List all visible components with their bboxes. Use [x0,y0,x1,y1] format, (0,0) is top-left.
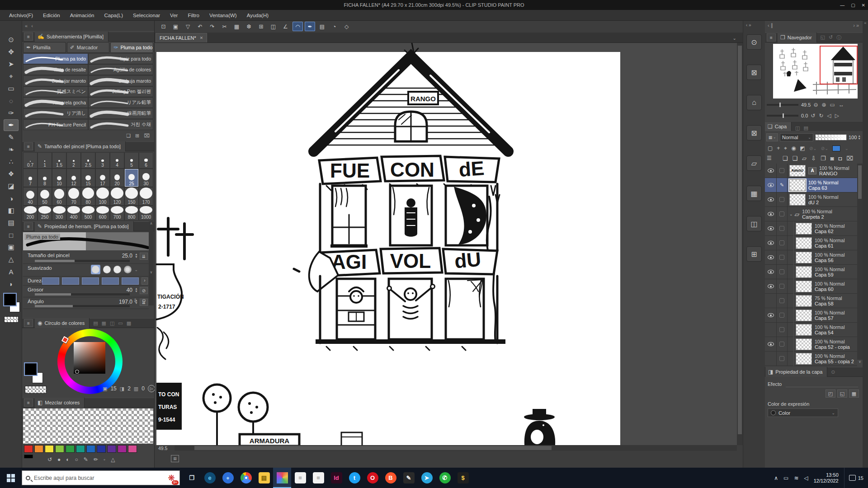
brush-size-150[interactable]: 150 [124,187,139,206]
tray-network-icon[interactable]: ≋ [794,475,798,481]
horizontal-scrollbar[interactable] [175,445,737,451]
sv-marker[interactable] [75,370,79,374]
layer-visibility-cell[interactable] [765,207,777,221]
actual-size-icon[interactable]: ↔ [839,102,844,108]
brush-size-17[interactable]: 17 [95,169,110,187]
color-script-tab-icon[interactable]: ▩ [127,320,131,326]
panel-menu-icon[interactable]: ≡ [767,33,776,42]
pen-app-icon[interactable]: ✎ [400,468,418,488]
property-slider[interactable] [35,260,130,262]
layer-search-tab-icon[interactable]: ◫ [795,125,800,131]
layer-thumbnail[interactable] [796,252,812,263]
subtool-item[interactable]: Agüilla de colores [88,64,153,75]
layer-visibility-cell[interactable] [765,178,777,192]
brush-size-170[interactable]: 170 [139,187,153,206]
pen-tool-icon[interactable]: ✒ [4,119,19,131]
color-wheel-panel-tab[interactable]: ◉ Círculo de colores [35,318,90,328]
layer-check-cell[interactable] [777,337,788,352]
dropdown-caret-icon[interactable]: ⌄ [134,267,138,272]
layer-visibility-cell[interactable] [765,221,777,236]
smoothing-option-2[interactable] [113,266,121,273]
panel-menu-icon[interactable]: ≡ [24,142,33,150]
menu-capal[interactable]: Capa(L) [99,11,127,20]
curve-ruler-icon[interactable]: ◠ [292,22,303,31]
flip-h-icon[interactable]: ◁ [827,113,831,119]
saturation-value-square[interactable] [74,342,105,374]
subtool-tab-2[interactable]: ✑Pluma pa todo [110,42,153,53]
lock-layer-icon[interactable]: ◉ [791,145,796,151]
color-history-tab-icon[interactable]: ▭ [118,320,123,326]
brush-size-80[interactable]: 80 [81,187,95,206]
close-workspace-icon[interactable]: ⊠ [746,65,762,80]
color-swatch-4[interactable] [66,445,75,453]
grid-icon[interactable]: ⊞ [256,22,266,31]
opera-icon[interactable]: O [363,468,382,488]
brush-size-4[interactable]: 4 [110,152,124,169]
brush-size-10[interactable]: 10 [52,169,66,187]
layer-visibility-cell[interactable] [765,164,777,178]
smoothing-option-3[interactable] [124,266,132,273]
brush-size-800[interactable]: 800 [124,206,139,221]
brave-icon[interactable]: B [382,468,400,488]
subtool-tab-0[interactable]: ✒Plumilla [23,42,66,53]
app-chrome-icon[interactable] [237,468,255,488]
color-swatch-8[interactable] [107,445,116,453]
color-swatch-6[interactable] [86,445,95,453]
decoration-tool-icon[interactable]: ❖ [4,168,19,180]
register-icon[interactable]: ⇩ [133,298,137,305]
menu-animacin[interactable]: Animación [66,11,99,20]
layer-thumbnail[interactable] [789,194,806,206]
subview-tab-icon[interactable]: ◱ [821,34,825,41]
move-tool-icon[interactable]: ✥ [4,46,19,58]
dot-half-icon[interactable]: ◐ [66,456,69,463]
layer-comp-tab-icon[interactable]: ▤ [803,125,808,131]
layer-thumbnail[interactable] [796,266,812,278]
brush-size-60[interactable]: 60 [52,187,66,206]
subtool-item[interactable]: Tinta de resalte [23,64,88,75]
eyedropper-tool-icon[interactable]: ✑ [4,107,19,119]
layer-check-cell[interactable] [777,323,788,337]
select-area-icon[interactable]: ⊡ [158,22,169,31]
zoom-tool-icon[interactable]: ⊙ [4,34,19,46]
layer-row[interactable]: ⌄▱100 % NormalCarpeta 2 [765,207,857,221]
dot-full-icon[interactable]: ● [57,456,61,463]
cut-icon[interactable]: ✂ [219,22,230,31]
quick-zoom-icon[interactable]: ⊙ [746,34,762,50]
duplicate-subtool-icon[interactable]: ❏ [126,133,131,139]
color-swatch-7[interactable] [97,445,106,453]
operation-tool-icon[interactable]: ➤ [4,58,19,70]
pin-icon[interactable]: ⌖ [784,145,787,151]
layer-scrollbar[interactable]: ∨ [857,164,863,366]
main-color-swatch[interactable] [4,294,16,305]
blend-mode-select[interactable]: Normal ⌄ [780,133,813,141]
panel-transparent-swatch[interactable] [25,386,47,394]
window-edge-strip[interactable]: « [863,21,868,468]
layer-color-chip[interactable] [832,145,840,151]
fill-tool-icon[interactable]: ◧ [4,205,19,216]
layer-tab[interactable]: ❏ Capa [765,122,792,131]
messenger-icon[interactable]: ✆ [436,468,454,488]
layer-property-tab[interactable]: ◨ Propiedad de la capa [765,367,827,377]
hardness-more-button[interactable]: › [142,277,148,285]
layer-row[interactable]: ✎100 % NormalCapa 63 [765,178,857,192]
layer-check-cell[interactable] [777,265,788,279]
layer-check-cell[interactable] [777,294,788,308]
fit-icon[interactable]: ▭ [830,102,835,108]
search-settings-icon[interactable]: ⊙ [142,298,146,305]
folder-expand-icon[interactable]: ⌄ [789,212,793,216]
undo-mini-icon[interactable]: ↺ [47,456,52,463]
subtool-item[interactable]: lapiz para todo [88,53,153,64]
delete-layer-icon[interactable]: ⌧ [846,155,853,162]
telegram-icon[interactable]: ➤ [418,468,436,488]
zoom-in-icon[interactable]: ⊕ [821,102,826,108]
navigator-tab[interactable]: ❐ Navegador [778,33,817,42]
subtool-panel-tab[interactable]: ✍ Subherramienta [Plumilla] [35,32,108,42]
panel-menu-icon[interactable]: ≡ [24,33,33,41]
layer-visibility-cell[interactable] [765,308,777,323]
start-button[interactable] [0,468,22,488]
layer-check-cell[interactable] [777,250,788,265]
workspace-icon[interactable]: ◇ [341,22,352,31]
expression-color-select[interactable]: Color ⌄ [768,408,838,417]
minimize-button[interactable]: — [840,3,844,8]
materials-icon[interactable]: ⊞ [746,246,762,262]
